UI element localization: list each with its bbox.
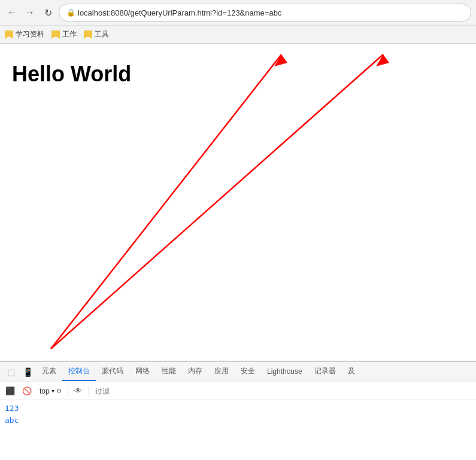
eye-icon[interactable]: 👁: [72, 385, 85, 398]
tab-more[interactable]: 及: [342, 362, 361, 381]
devtools-device-icon[interactable]: 📱: [19, 364, 36, 380]
toolbar-divider-2: [89, 386, 89, 397]
tab-sources[interactable]: 源代码: [96, 362, 129, 381]
page-content: Hello World: [0, 44, 476, 361]
console-output: 123 abc: [0, 400, 476, 460]
bookmark-folder-icon-1: [5, 31, 13, 39]
back-button[interactable]: ←: [5, 5, 19, 20]
context-label: top: [40, 387, 50, 395]
tab-recorder[interactable]: 记录器: [308, 362, 342, 381]
reload-button[interactable]: ↻: [41, 5, 55, 20]
bookmark-item-1[interactable]: 学习资料: [5, 29, 44, 39]
tab-performance[interactable]: 性能: [156, 362, 182, 381]
filter-input[interactable]: [93, 386, 472, 397]
context-selector[interactable]: top ▾ ⚙: [37, 386, 64, 397]
bookmark-label-2: 工作: [62, 29, 77, 39]
tab-network[interactable]: 网络: [129, 362, 156, 381]
toolbar-divider: [68, 386, 68, 397]
nav-bar: ← → ↻ 🔒 localhost:8080/getQueryUrlParam.…: [0, 0, 476, 25]
clear-console-icon[interactable]: 🚫: [20, 385, 34, 398]
page-heading: Hello World: [0, 44, 476, 99]
context-dropdown-icon: ▾: [51, 388, 54, 394]
bookmark-label-3: 工具: [95, 29, 109, 39]
bookmark-folder-icon-3: [84, 31, 92, 39]
bookmark-folder-icon-2: [51, 31, 60, 39]
tab-elements[interactable]: 元素: [36, 362, 62, 381]
sidebar-toggle-icon[interactable]: ⬛: [4, 385, 17, 398]
tab-lighthouse[interactable]: Lighthouse: [261, 364, 308, 380]
forward-button[interactable]: →: [23, 5, 37, 20]
url-text: localhost:8080/getQueryUrlParam.html?id=…: [78, 8, 281, 17]
devtools-tabs: ⬚ 📱 元素 控制台 源代码 网络 性能 内存 应用 安全 Lighthouse…: [0, 362, 476, 382]
tab-application[interactable]: 应用: [208, 362, 235, 381]
bookmark-item-2[interactable]: 工作: [51, 29, 77, 39]
tab-security[interactable]: 安全: [235, 362, 261, 381]
lock-icon: 🔒: [66, 8, 75, 17]
bookmark-label-1: 学习资料: [16, 29, 44, 39]
tab-memory[interactable]: 内存: [182, 362, 208, 381]
bookmarks-bar: 学习资料 工作 工具: [0, 25, 476, 43]
output-line-1: 123: [5, 403, 471, 415]
context-status-icon: ⚙: [56, 388, 62, 394]
devtools-toolbar: ⬛ 🚫 top ▾ ⚙ 👁: [0, 382, 476, 400]
bookmark-item-3[interactable]: 工具: [84, 29, 109, 39]
browser-chrome: ← → ↻ 🔒 localhost:8080/getQueryUrlParam.…: [0, 0, 476, 44]
devtools-panel: ⬚ 📱 元素 控制台 源代码 网络 性能 内存 应用 安全 Lighthouse…: [0, 361, 476, 460]
output-line-2: abc: [5, 415, 471, 427]
tab-console[interactable]: 控制台: [62, 362, 96, 381]
devtools-inspect-icon[interactable]: ⬚: [2, 364, 19, 380]
address-bar[interactable]: 🔒 localhost:8080/getQueryUrlParam.html?i…: [59, 4, 471, 22]
